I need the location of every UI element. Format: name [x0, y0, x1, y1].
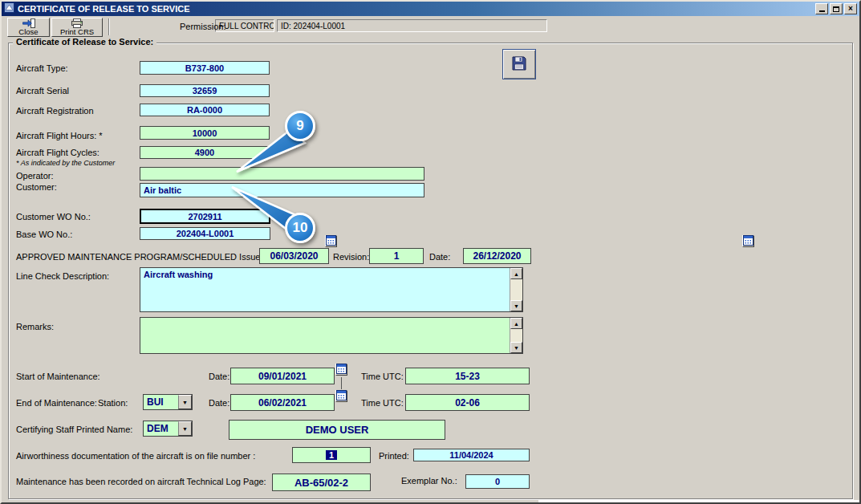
minimize-icon [819, 10, 825, 12]
base-wo-value: 202404-L0001 [177, 229, 234, 238]
end-date-value: 06/02/2021 [258, 397, 307, 408]
aircraft-serial-field[interactable]: 32659 [140, 84, 270, 97]
flight-cycles-value: 4900 [195, 148, 214, 157]
close-button-label: Close [18, 28, 38, 36]
toolbar-separator [108, 18, 110, 35]
file-number-value: 1 [326, 450, 337, 460]
exemplar-field[interactable]: 0 [465, 474, 530, 489]
end-time-field[interactable]: 02-06 [405, 394, 530, 411]
calendar-icon [336, 364, 347, 376]
start-time-field[interactable]: 15-23 [405, 368, 530, 384]
close-window-button[interactable]: × [844, 3, 857, 14]
operator-label: Operator: [16, 171, 53, 181]
base-wo-label: Base WO No.: [16, 230, 72, 239]
end-date-field[interactable]: 06/02/2021 [230, 394, 335, 411]
customer-indication-note: * As indicated by the Customer [16, 159, 115, 167]
end-time-value: 02-06 [455, 397, 480, 408]
flight-hours-field[interactable]: 10000 [140, 126, 270, 140]
amp-revision-field[interactable]: 1 [369, 248, 424, 264]
app-icon [4, 2, 14, 16]
callout-10-number: 10 [293, 220, 308, 236]
exemplar-value: 0 [495, 477, 500, 486]
customer-wo-label: Customer WO No.: [16, 212, 91, 222]
issue-calendar-button[interactable] [325, 235, 337, 247]
app-window: CERTIFICATE OF RELEASE TO SERVICE × Clos… [0, 0, 861, 504]
flight-hours-value: 10000 [193, 128, 217, 138]
customer-label: Customer: [16, 182, 57, 192]
certifying-staff-code: DEM [144, 421, 178, 436]
amp-revision-label: Revision: [333, 252, 369, 262]
amp-date-field[interactable]: 26/12/2020 [463, 248, 531, 264]
start-date-value: 09/01/2021 [258, 371, 307, 382]
close-window-icon: × [848, 5, 853, 13]
start-time-label: Time UTC: [361, 372, 404, 381]
start-date-calendar-button[interactable] [335, 364, 347, 376]
certifying-staff-label: Certifying Staff Printed Name: [16, 425, 132, 434]
customer-value: Air baltic [144, 185, 181, 195]
floppy-disk-icon [510, 55, 528, 75]
customer-field[interactable]: Air baltic [140, 183, 424, 197]
end-date-calendar-button[interactable] [335, 390, 347, 402]
remarks-field[interactable]: ▲ ▼ [140, 317, 523, 354]
window-controls: × [815, 3, 857, 14]
remarks-text [140, 318, 510, 353]
tech-log-page-field[interactable]: AB-65/02-2 [272, 474, 371, 491]
certifying-staff-combo[interactable]: DEM ▼ [143, 421, 193, 437]
scroll-up-button[interactable]: ▲ [510, 318, 522, 329]
start-date-label: Date: [209, 372, 229, 381]
permission-label: Permission: [180, 22, 225, 31]
calendar-icon [743, 235, 753, 248]
end-time-label: Time UTC: [361, 398, 404, 408]
print-button-label: Print CRS [60, 28, 94, 36]
arrow-up-icon: ▲ [514, 321, 519, 327]
certifying-staff-dropdown-button[interactable]: ▼ [178, 421, 192, 436]
callout-step-10: 10 [285, 213, 315, 243]
close-button[interactable]: Close [7, 18, 50, 37]
line-check-field[interactable]: Aircraft washing ▲ ▼ [140, 267, 523, 312]
print-crs-button[interactable]: Print CRS [51, 18, 103, 37]
exemplar-label: Exemplar No.: [401, 476, 457, 486]
start-date-field[interactable]: 09/01/2021 [230, 368, 335, 384]
tech-log-label: Maintenance has been recorded on aircraf… [16, 477, 266, 486]
start-time-value: 15-23 [455, 371, 480, 382]
file-number-field[interactable]: 1 [292, 447, 371, 463]
background-strip [538, 500, 859, 504]
scroll-down-button[interactable]: ▼ [510, 300, 522, 311]
calendar-icon [326, 235, 336, 248]
minimize-button[interactable] [815, 3, 828, 14]
printed-date-field[interactable]: 11/04/2024 [413, 449, 530, 461]
maximize-button[interactable] [830, 3, 843, 14]
operator-field[interactable] [140, 167, 424, 181]
aircraft-type-label: Aircraft Type: [16, 63, 68, 73]
aircraft-registration-value: RA-0000 [187, 105, 222, 115]
aircraft-serial-value: 32659 [193, 86, 217, 96]
calendar-connector-line [341, 377, 342, 389]
callout-step-9: 9 [285, 111, 315, 141]
printed-date-value: 11/04/2024 [449, 450, 493, 460]
line-check-scrollbar[interactable]: ▲ ▼ [510, 268, 522, 311]
flight-cycles-label: Aircraft Flight Cycles: [16, 148, 100, 157]
scroll-up-button[interactable]: ▲ [510, 268, 522, 279]
amp-label: APPROVED MAINTENANCE PROGRAM/SCHEDULED I… [16, 252, 266, 262]
aircraft-type-field[interactable]: B737-800 [140, 61, 270, 75]
arrow-down-icon: ▼ [514, 303, 519, 309]
certifying-staff-name-field[interactable]: DEMO USER [229, 420, 445, 440]
remarks-scrollbar[interactable]: ▲ ▼ [510, 318, 522, 353]
maximize-icon [833, 6, 839, 12]
amp-issue-field[interactable]: 06/03/2020 [259, 248, 329, 264]
base-wo-field[interactable]: 202404-L0001 [140, 227, 270, 240]
station-label: Station: [98, 398, 128, 408]
station-dropdown-button[interactable]: ▼ [178, 395, 192, 409]
groupbox-title: Certificate of Release to Service: [13, 37, 156, 47]
customer-wo-field[interactable]: 2702911 [140, 209, 270, 224]
flight-hours-label: Aircraft Flight Hours: * [16, 131, 103, 140]
remarks-label: Remarks: [16, 322, 54, 331]
station-combo[interactable]: BUI ▼ [143, 394, 193, 410]
scroll-down-button[interactable]: ▼ [510, 342, 522, 353]
aircraft-type-value: B737-800 [185, 63, 224, 73]
flight-cycles-field[interactable]: 4900 [140, 146, 270, 159]
save-button[interactable] [502, 49, 536, 79]
amp-date-calendar-button[interactable] [742, 235, 754, 247]
amp-date-value: 26/12/2020 [473, 250, 521, 262]
aircraft-registration-field[interactable]: RA-0000 [140, 104, 270, 116]
